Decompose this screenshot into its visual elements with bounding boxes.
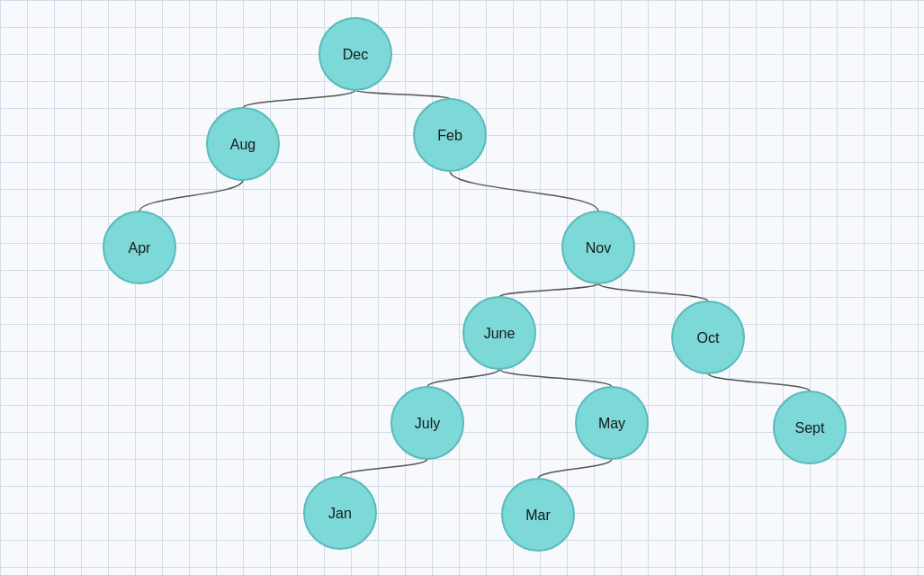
node-label-oct: Oct bbox=[697, 330, 720, 346]
tree-diagram: DecAugFebAprNovJuneOctJulyMaySeptJanMar bbox=[0, 0, 924, 575]
edge-nov-june bbox=[499, 283, 598, 297]
edge-june-may bbox=[499, 369, 612, 387]
edge-nov-oct bbox=[598, 283, 708, 301]
node-label-july: July bbox=[415, 416, 440, 431]
node-jan[interactable]: Jan bbox=[304, 477, 376, 549]
edge-aug-apr bbox=[139, 180, 243, 211]
node-may[interactable]: May bbox=[576, 387, 648, 459]
node-june[interactable]: June bbox=[463, 297, 535, 369]
node-label-dec: Dec bbox=[343, 47, 368, 62]
node-nov[interactable]: Nov bbox=[562, 211, 634, 283]
node-aug[interactable]: Aug bbox=[207, 108, 279, 180]
node-oct[interactable]: Oct bbox=[672, 301, 744, 373]
node-label-jan: Jan bbox=[328, 506, 352, 521]
node-label-apr: Apr bbox=[129, 240, 152, 256]
edge-dec-feb bbox=[355, 90, 450, 99]
node-label-sept: Sept bbox=[795, 420, 825, 436]
node-dec[interactable]: Dec bbox=[319, 18, 391, 90]
node-feb[interactable]: Feb bbox=[414, 99, 486, 171]
edge-july-jan bbox=[340, 459, 427, 477]
edge-may-mar bbox=[538, 459, 612, 479]
edge-feb-nov bbox=[450, 171, 598, 211]
node-july[interactable]: July bbox=[391, 387, 463, 459]
node-label-june: June bbox=[484, 326, 516, 341]
node-sept[interactable]: Sept bbox=[774, 391, 846, 463]
node-apr[interactable]: Apr bbox=[103, 211, 175, 283]
edge-dec-aug bbox=[243, 90, 355, 108]
node-label-feb: Feb bbox=[437, 128, 462, 143]
node-mar[interactable]: Mar bbox=[502, 479, 574, 551]
node-label-nov: Nov bbox=[586, 240, 611, 256]
node-label-may: May bbox=[598, 416, 625, 431]
node-label-mar: Mar bbox=[525, 508, 551, 523]
node-label-aug: Aug bbox=[230, 137, 256, 152]
edge-june-july bbox=[427, 369, 499, 387]
edge-oct-sept bbox=[708, 373, 810, 391]
